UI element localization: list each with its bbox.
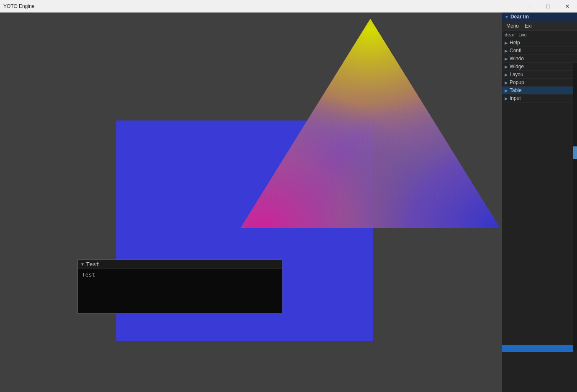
- scrollbar[interactable]: [573, 63, 577, 350]
- help-label: Help: [510, 40, 520, 46]
- config-arrow-icon: ▶: [505, 49, 508, 53]
- menu-menu-item[interactable]: Menu: [504, 22, 521, 30]
- triangle-container: [238, 17, 502, 230]
- titlebar: YOTO Engine — □ ✕: [0, 0, 577, 13]
- imgui-menubar: Menu Exi: [502, 21, 577, 31]
- exit-menu-item[interactable]: Exi: [522, 22, 534, 30]
- titlebar-left: YOTO Engine: [0, 3, 34, 9]
- layout-arrow-icon: ▶: [505, 72, 508, 77]
- imgui-help-item[interactable]: ▶ Help: [502, 39, 577, 47]
- popups-arrow-icon: ▶: [505, 80, 508, 85]
- imgui-panel-header[interactable]: ▼ Dear Im: [502, 13, 577, 21]
- close-button[interactable]: ✕: [558, 0, 577, 13]
- test-window: ▼ Test Test: [77, 259, 282, 314]
- svg-marker-5: [241, 19, 500, 228]
- app-title: YOTO Engine: [3, 3, 34, 9]
- right-panel: ▼ Dear Im Menu Exi dear imu ▶ Help ▶ Con…: [502, 13, 577, 392]
- test-window-titlebar[interactable]: ▼ Test: [78, 260, 282, 269]
- window-label: Windo: [510, 56, 524, 61]
- imgui-window-item[interactable]: ▶ Windo: [502, 55, 577, 63]
- main-canvas-area: ▼ Test Test: [0, 13, 502, 392]
- imgui-layout-item[interactable]: ▶ Layou: [502, 71, 577, 79]
- imgui-popups-item[interactable]: ▶ Popup: [502, 79, 577, 87]
- collapse-arrow-icon: ▼: [81, 262, 84, 266]
- table-arrow-icon: ▶: [505, 88, 508, 93]
- inputs-arrow-icon: ▶: [505, 96, 508, 101]
- help-arrow-icon: ▶: [505, 41, 508, 45]
- inputs-label: Input: [510, 95, 521, 101]
- scrollbar-thumb[interactable]: [573, 146, 577, 159]
- test-window-title-label: Test: [86, 261, 99, 267]
- panel-header-label: Dear Im: [510, 14, 529, 20]
- widgets-label: Widge: [510, 64, 524, 69]
- config-label: Confi: [510, 48, 521, 54]
- widgets-arrow-icon: ▶: [505, 64, 508, 69]
- blue-accent-bar: [502, 345, 573, 352]
- panel-collapse-icon: ▼: [505, 15, 509, 19]
- imgui-config-item[interactable]: ▶ Confi: [502, 47, 577, 55]
- imgui-inputs-item[interactable]: ▶ Input: [502, 95, 577, 102]
- window-arrow-icon: ▶: [505, 56, 508, 61]
- titlebar-controls: — □ ✕: [519, 0, 577, 13]
- test-window-body-text: Test: [82, 272, 95, 278]
- minimize-button[interactable]: —: [519, 0, 539, 13]
- imgui-text-line: dear imu: [502, 31, 577, 39]
- layout-label: Layou: [510, 72, 523, 77]
- gradient-triangle-svg: [238, 17, 502, 230]
- maximize-button[interactable]: □: [539, 0, 558, 13]
- test-window-body: Test: [78, 269, 282, 280]
- popups-label: Popup: [510, 79, 524, 85]
- imgui-widgets-item[interactable]: ▶ Widge: [502, 63, 577, 71]
- table-label: Table: [510, 87, 522, 93]
- imgui-table-item[interactable]: ▶ Table: [502, 87, 577, 95]
